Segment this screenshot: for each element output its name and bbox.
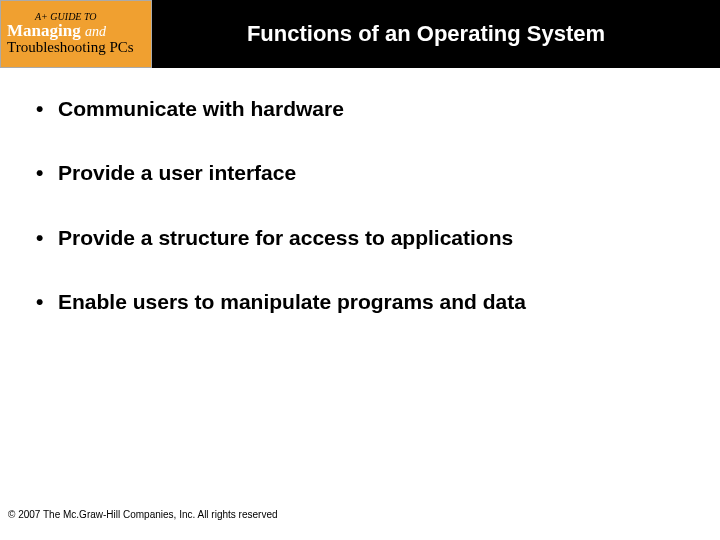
- logo-line2b: and: [85, 24, 106, 39]
- bullet-item: Provide a user interface: [36, 160, 684, 186]
- logo-line2: Managing and: [7, 22, 151, 40]
- copyright-footer: © 2007 The Mc.Graw-Hill Companies, Inc. …: [8, 509, 278, 520]
- logo-line3: Troubleshooting PCs: [7, 40, 151, 56]
- bullet-item: Enable users to manipulate programs and …: [36, 289, 684, 315]
- book-logo: A+ GUIDE TO Managing and Troubleshooting…: [0, 0, 152, 68]
- content-area: Communicate with hardware Provide a user…: [0, 68, 720, 315]
- bullet-list: Communicate with hardware Provide a user…: [36, 96, 684, 315]
- slide-title: Functions of an Operating System: [152, 21, 720, 47]
- header-bar: A+ GUIDE TO Managing and Troubleshooting…: [0, 0, 720, 68]
- bullet-item: Provide a structure for access to applic…: [36, 225, 684, 251]
- logo-line2a: Managing: [7, 21, 81, 40]
- bullet-item: Communicate with hardware: [36, 96, 684, 122]
